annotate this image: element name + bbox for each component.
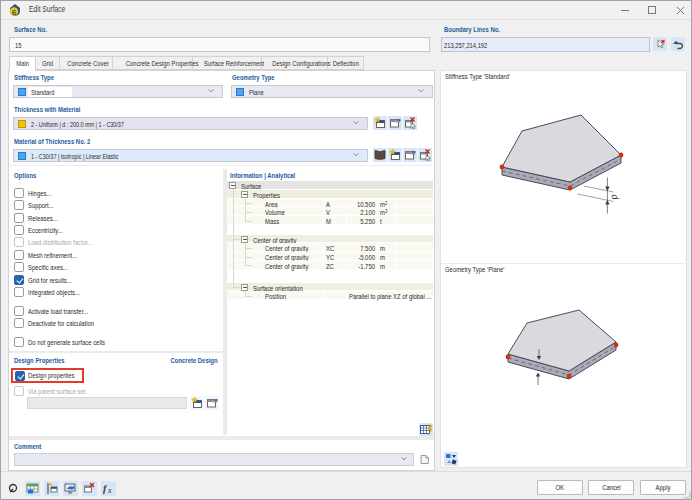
svg-text:6: 6 — [12, 8, 17, 17]
svg-text:d: d — [610, 193, 621, 201]
svg-text:x: x — [107, 486, 112, 495]
